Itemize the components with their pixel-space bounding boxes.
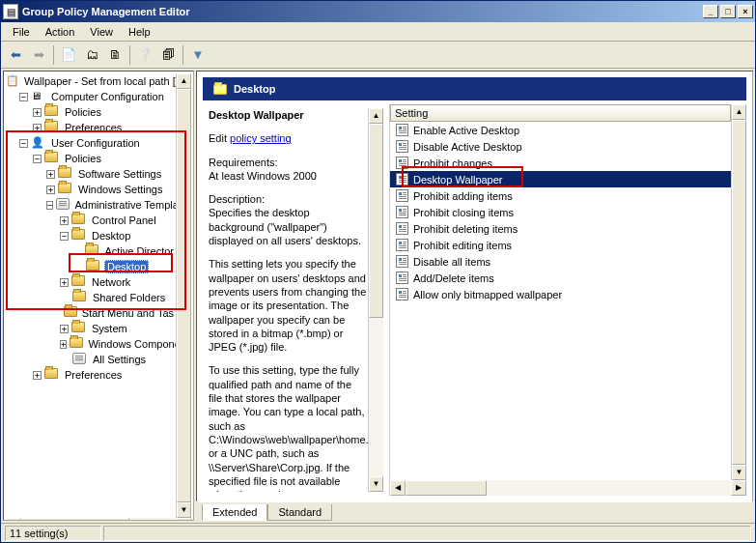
collapse-icon[interactable]: − (19, 93, 28, 101)
menubar: File Action View Help (1, 22, 755, 42)
description-text: Specifies the desktop background ("wallp… (209, 207, 361, 246)
description-label: Description: (209, 193, 265, 205)
expand-icon[interactable]: + (46, 170, 55, 179)
policy-icon (394, 124, 409, 137)
list-item-label: Allow only bitmapped wallpaper (413, 289, 562, 300)
policy-icon (394, 272, 409, 285)
menu-action[interactable]: Action (38, 24, 83, 40)
policy-icon (394, 140, 409, 154)
list-item-label: Enable Active Desktop (413, 125, 519, 136)
tree-root[interactable]: 📋Wallpaper - Set from local path [LB (6, 73, 176, 89)
tree-windows-settings[interactable]: +Windows Settings (6, 182, 176, 197)
refresh-button[interactable]: 🗐 (157, 44, 179, 66)
status-text: 11 setting(s) (5, 526, 101, 541)
setting-title: Desktop Wallpaper (209, 108, 368, 122)
list-item[interactable]: Desktop Wallpaper (390, 171, 731, 187)
list-item[interactable]: Disable all items (390, 253, 731, 270)
expand-icon[interactable]: + (60, 216, 69, 225)
titlebar: ▤ Group Policy Management Editor _ □ × (1, 1, 755, 22)
window-title: Group Policy Management Editor (22, 6, 703, 17)
tree-scrollbar-h[interactable]: ◀▶ (6, 518, 191, 521)
menu-file[interactable]: File (5, 24, 38, 40)
export-button[interactable]: 🗎 (104, 44, 126, 66)
tree-shared-folders[interactable]: Shared Folders (6, 290, 176, 305)
list-item[interactable]: Prohibit editing items (390, 237, 731, 253)
expand-icon[interactable]: + (33, 108, 42, 117)
list-item[interactable]: Prohibit changes (390, 155, 731, 171)
expand-icon[interactable]: + (60, 278, 69, 287)
tree-scrollbar-v[interactable]: ▲▼ (176, 73, 191, 518)
policy-icon (394, 173, 409, 186)
tree-admin-templates[interactable]: −Administrative Templat (6, 197, 176, 213)
tree-network[interactable]: +Network (6, 274, 176, 290)
collapse-icon[interactable]: − (60, 232, 69, 241)
collapse-icon[interactable]: − (19, 139, 28, 148)
back-button[interactable]: ⬅ (5, 44, 26, 66)
expand-icon[interactable]: + (60, 340, 67, 349)
expand-icon[interactable]: + (46, 186, 55, 194)
help-button[interactable]: ❔ (134, 44, 155, 66)
list-item-label: Add/Delete items (413, 272, 494, 284)
content-header: Desktop (203, 77, 746, 100)
menu-help[interactable]: Help (121, 24, 158, 40)
list-item[interactable]: Prohibit adding items (390, 187, 731, 204)
policy-icon (394, 288, 409, 301)
close-button[interactable]: × (738, 5, 753, 18)
column-header-setting[interactable]: Setting (390, 104, 731, 122)
policy-icon (394, 189, 409, 203)
folder-icon (212, 82, 228, 96)
tree-control-panel[interactable]: +Control Panel (6, 213, 176, 228)
filter-button[interactable]: ▼ (187, 44, 209, 66)
statusbar: 11 setting(s) (1, 523, 755, 542)
desc-scrollbar-v[interactable]: ▲▼ (368, 108, 383, 492)
requirements-label: Requirements: (209, 157, 278, 168)
tree-cc-policies[interactable]: +Policies (6, 104, 176, 120)
tree-desktop[interactable]: −Desktop (6, 228, 176, 243)
expand-icon[interactable]: + (60, 325, 69, 333)
tree-computer-config[interactable]: −🖥Computer Configuration (6, 89, 176, 104)
header-title: Desktop (234, 83, 275, 95)
tree-desktop-desktop[interactable]: Desktop (6, 259, 176, 274)
list-item-label: Disable Active Desktop (413, 141, 522, 153)
maximize-button[interactable]: □ (720, 5, 736, 18)
list-item[interactable]: Prohibit closing items (390, 204, 731, 220)
list-item-label: Prohibit editing items (413, 240, 512, 251)
tab-extended[interactable]: Extended (202, 504, 267, 521)
list-item[interactable]: Add/Delete items (390, 270, 731, 286)
collapse-icon[interactable]: − (33, 155, 42, 163)
tree-all-settings[interactable]: All Settings (6, 352, 176, 367)
list-item[interactable]: Allow only bitmapped wallpaper (390, 286, 731, 302)
list-scrollbar-h[interactable]: ◀▶ (390, 480, 746, 496)
up-button[interactable]: 📄 (58, 44, 79, 66)
collapse-icon[interactable]: − (46, 201, 53, 210)
expand-icon[interactable]: + (33, 124, 42, 132)
tree-software-settings[interactable]: +Software Settings (6, 166, 176, 182)
forward-button[interactable]: ➡ (28, 44, 49, 66)
list-item[interactable]: Enable Active Desktop (390, 122, 731, 138)
requirements-text: At least Windows 2000 (209, 170, 317, 182)
tree-uc-policies[interactable]: −Policies (6, 151, 176, 166)
description-p3: To use this setting, type the fully qual… (209, 363, 368, 492)
expand-icon[interactable]: + (33, 371, 42, 380)
list-item-label: Prohibit adding items (413, 190, 513, 202)
tree-start-menu[interactable]: Start Menu and Tas (6, 305, 176, 321)
tree-panel[interactable]: 📋Wallpaper - Set from local path [LB −🖥C… (3, 71, 194, 521)
list-item-label: Prohibit deleting items (413, 223, 518, 235)
list-item[interactable]: Prohibit deleting items (390, 220, 731, 237)
properties-button[interactable]: 🗂 (81, 44, 102, 66)
tree-user-config[interactable]: −👤User Configuration (6, 135, 176, 151)
minimize-button[interactable]: _ (703, 5, 718, 18)
tree-uc-preferences[interactable]: +Preferences (6, 367, 176, 383)
tree-system[interactable]: +System (6, 321, 176, 336)
description-p2: This setting lets you specify the wallpa… (209, 257, 368, 354)
menu-view[interactable]: View (82, 24, 121, 40)
view-tabs: Extended Standard (196, 501, 753, 521)
tree-cc-preferences[interactable]: +Preferences (6, 120, 176, 135)
tree-active-directory[interactable]: Active Director (6, 243, 176, 259)
policy-icon (394, 239, 409, 252)
list-item[interactable]: Disable Active Desktop (390, 138, 731, 155)
edit-policy-link[interactable]: policy setting (230, 132, 292, 144)
tree-windows-components[interactable]: +Windows Compone (6, 336, 176, 352)
tab-standard[interactable]: Standard (267, 504, 332, 521)
list-scrollbar-v[interactable]: ▲▼ (731, 104, 746, 480)
